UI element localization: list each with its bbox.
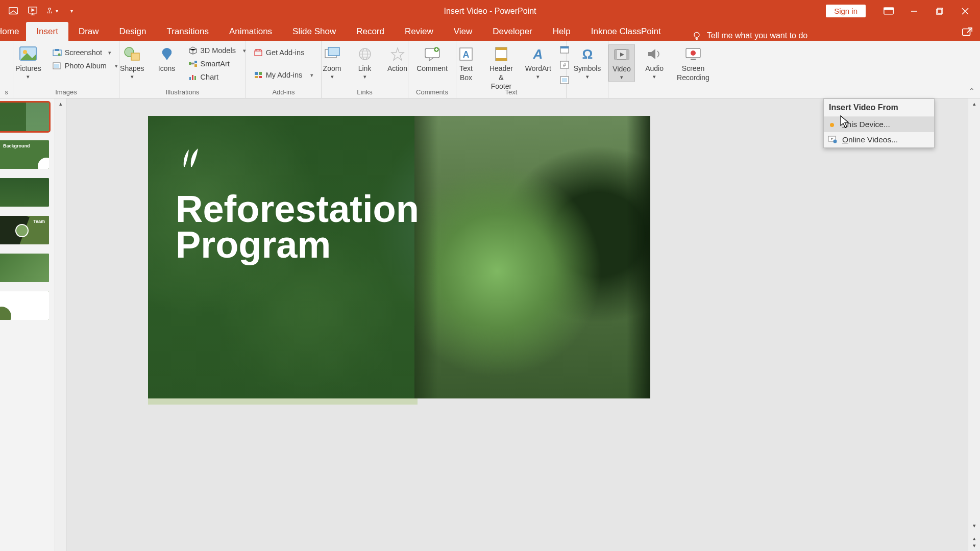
zoom-button[interactable]: Zoom ▾ [319,44,346,81]
my-addins-button[interactable]: My Add-ins▾ [252,69,316,81]
symbols-button[interactable]: Ω Symbols ▾ [571,44,604,81]
dropdown-this-device[interactable]: This Device... [824,117,934,132]
tab-record[interactable]: Record [346,22,395,41]
maximize-button[interactable] [928,4,951,18]
tab-insert[interactable]: Insert [26,22,68,41]
qat-customize-caret[interactable]: ▾ [65,5,78,17]
header-footer-button[interactable]: Header & Footer [485,44,517,92]
chart-icon [188,72,198,82]
svg-rect-11 [963,29,970,36]
header-footer-icon [492,45,510,63]
action-button: Action [384,44,411,74]
svg-rect-27 [255,51,262,56]
tab-help[interactable]: Help [543,22,581,41]
screenshot-icon [53,48,62,57]
text-box-button[interactable]: A Text Box [453,44,479,83]
tab-developer[interactable]: Developer [482,22,543,41]
editor-scrollbar[interactable]: ▴ ▾ ▴▾ [968,98,980,551]
share-icon[interactable] [962,26,973,37]
slide-thumbnail-6[interactable] [0,291,49,320]
editor-scroll-up-icon[interactable]: ▴ [968,98,980,109]
svg-rect-56 [691,59,696,60]
group-label-links: Links [322,88,408,96]
tab-animations[interactable]: Animations [219,22,282,41]
svg-rect-52 [615,49,617,60]
next-slide-icon[interactable]: ▴▾ [968,533,980,551]
link-button: Link ▾ [352,44,378,81]
video-button[interactable]: Video ▾ [608,44,635,82]
tab-transitions[interactable]: Transitions [156,22,219,41]
group-label-illustrations: Illustrations [119,88,246,96]
smartart-button[interactable]: SmartArt [186,58,248,69]
svg-rect-24 [189,77,191,80]
group-label-addins: Add-ins [246,88,321,96]
dropdown-header: Insert Video From [824,99,934,117]
comment-button[interactable]: Comment [413,44,451,74]
video-dropdown-menu: Insert Video From This Device... Online … [823,98,935,148]
zoom-icon [323,45,341,63]
collapse-ribbon-icon[interactable]: ⌃ [969,87,975,95]
svg-point-10 [694,32,699,37]
svg-text:Ω: Ω [582,46,593,62]
tab-view[interactable]: View [444,22,483,41]
svg-text:A: A [463,49,470,60]
screenshot-button[interactable]: Screenshot▾ [51,47,120,58]
store-icon [254,48,263,57]
wordart-icon: A [529,45,547,63]
slide-thumbnail-5[interactable] [0,254,49,282]
minimize-button[interactable] [902,4,926,18]
wordart-button[interactable]: A WordArt ▾ [523,44,553,81]
audio-button[interactable]: Audio ▾ [641,44,668,81]
slideshow-start-icon[interactable] [27,5,39,17]
shapes-button[interactable]: Shapes ▾ [117,44,147,81]
recording-dot-icon [830,123,834,127]
slide-thumbnail-4[interactable]: Team [0,216,49,244]
tab-draw[interactable]: Draw [68,22,109,41]
group-illustrations: Shapes ▾ Icons 3D Models▾ SmartArt Char [119,41,246,98]
group-addins: Get Add-ins My Add-ins▾ Add-ins [246,41,322,98]
get-addins-button[interactable]: Get Add-ins [252,47,316,58]
text-box-icon: A [457,45,475,63]
addins-icon [254,70,263,80]
pictures-button[interactable]: Pictures ▾ [12,44,44,81]
slide-thumbnail-1[interactable] [0,103,49,131]
dropdown-online-videos[interactable]: Online Videos... [824,132,934,147]
ribbon-display-options-icon[interactable] [877,4,900,18]
group-links: Zoom ▾ Link ▾ Action Links [322,41,408,98]
tab-design[interactable]: Design [109,22,157,41]
comment-icon [423,45,442,63]
svg-rect-4 [884,8,893,9]
tab-classpoint[interactable]: Inknoe ClassPoint [581,22,671,41]
photo-album-button[interactable]: Photo Album▾ [51,60,120,71]
svg-rect-41 [496,47,507,50]
app-title: Insert Video - PowerPoint [444,7,536,16]
slide-thumbnail-2[interactable]: Background [0,140,49,169]
tab-home[interactable]: Home [0,22,26,41]
scroll-up-icon[interactable]: ▴ [55,98,66,109]
signin-button[interactable]: Sign in [826,5,866,17]
tab-slideshow[interactable]: Slide Show [282,22,346,41]
slide-canvas[interactable]: Reforestation Program [148,116,650,398]
chart-button[interactable]: Chart [186,71,248,83]
tab-review[interactable]: Review [395,22,444,41]
lightbulb-icon [692,31,702,41]
close-button[interactable] [953,4,977,18]
3d-models-button[interactable]: 3D Models▾ [186,45,248,56]
pictures-icon [19,45,37,63]
touch-mode-icon[interactable]: ▾ [46,5,58,17]
slide-thumbnail-3[interactable] [0,178,49,207]
group-images: Pictures ▾ Screenshot▾ Photo Album▾ Imag… [13,41,119,98]
autosave-icon[interactable] [7,5,19,17]
link-icon [356,45,374,63]
thumbnail-scrollbar[interactable]: ▴ [55,98,66,551]
editor-scroll-down-icon[interactable]: ▾ [968,520,980,531]
smartart-icon [188,59,198,68]
svg-text:#: # [563,62,566,68]
svg-rect-21 [189,62,191,65]
slide-title[interactable]: Reforestation Program [176,191,419,263]
icons-button[interactable]: Icons [154,44,180,74]
group-label-images: Images [13,88,119,96]
tell-me-search[interactable]: Tell me what you want to do [692,31,807,41]
screen-recording-button[interactable]: Screen Recording [674,44,713,83]
photo-album-icon [53,61,62,70]
